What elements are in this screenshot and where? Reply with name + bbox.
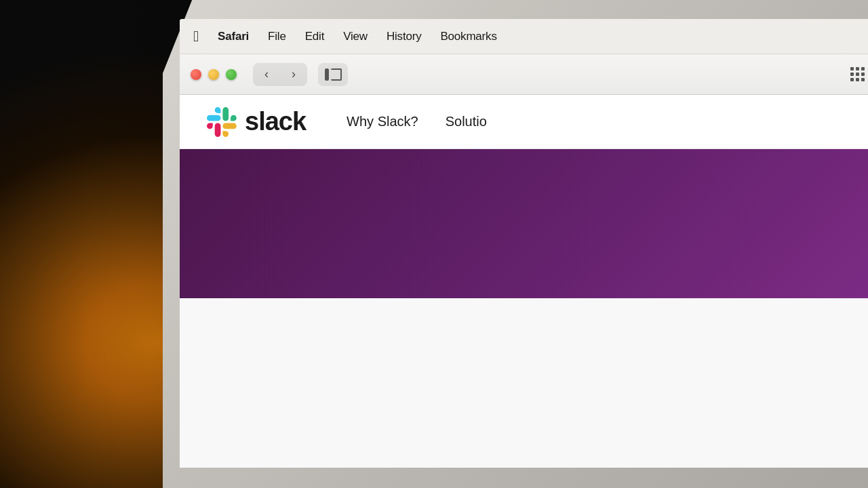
apple-menu-item[interactable]:  [193, 28, 199, 45]
view-menu-item[interactable]: View [343, 30, 368, 43]
minimize-button[interactable] [208, 69, 219, 80]
bookmarks-menu-item[interactable]: Bookmarks [440, 30, 496, 43]
maximize-button[interactable] [226, 69, 237, 80]
edit-menu-item[interactable]: Edit [305, 30, 325, 43]
nav-buttons: ‹ › [253, 63, 307, 86]
forward-button[interactable]: › [280, 63, 307, 86]
history-menu-item[interactable]: History [387, 30, 422, 43]
close-button[interactable] [191, 69, 201, 80]
why-slack-nav-item[interactable]: Why Slack? [347, 114, 418, 129]
slack-nav-items: Why Slack? Solutio [347, 114, 487, 129]
slack-webpage: slack Why Slack? Solutio [180, 95, 868, 468]
laptop-frame:  Safari File Edit View History Bookmark… [163, 0, 868, 488]
laptop-screen:  Safari File Edit View History Bookmark… [180, 19, 868, 468]
slack-logo-icon [207, 107, 237, 137]
sidebar-toggle-icon [325, 68, 342, 81]
safari-menu-item[interactable]: Safari [218, 30, 249, 43]
solutions-nav-item[interactable]: Solutio [446, 114, 487, 129]
macos-menubar:  Safari File Edit View History Bookmark… [180, 19, 868, 54]
slack-navbar: slack Why Slack? Solutio [180, 95, 868, 149]
window-controls [191, 69, 237, 80]
safari-window: ‹ › [180, 54, 868, 468]
back-button[interactable]: ‹ [253, 63, 280, 86]
file-menu-item[interactable]: File [268, 30, 286, 43]
safari-toolbar: ‹ › [180, 54, 868, 95]
grid-icon [850, 67, 865, 81]
slack-logo-area: slack [207, 107, 306, 137]
slack-hero-section [180, 149, 868, 298]
sidebar-toggle-button[interactable] [318, 63, 348, 86]
grid-button[interactable] [844, 63, 868, 86]
slack-wordmark: slack [245, 107, 306, 136]
